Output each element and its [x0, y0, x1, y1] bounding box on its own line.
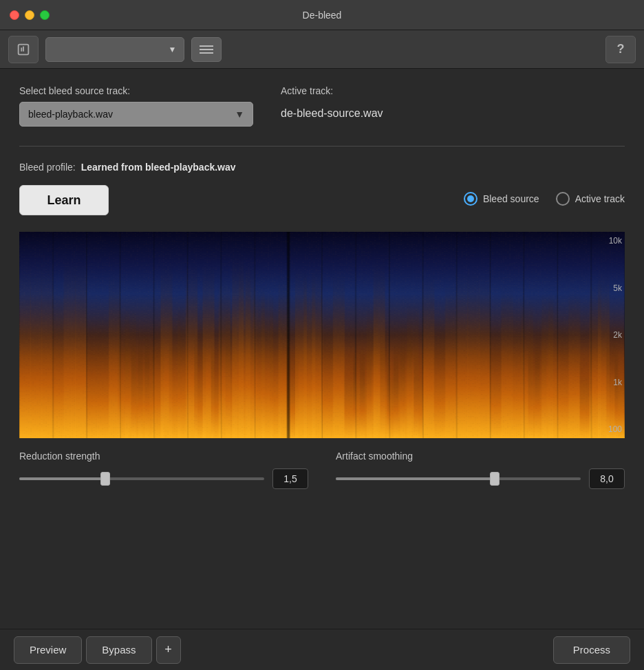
- window-title: De-bleed: [303, 10, 342, 21]
- radio-row: Bleed source Active track: [464, 192, 625, 206]
- learn-button[interactable]: Learn: [19, 185, 109, 215]
- freq-label-10k: 10k: [593, 236, 622, 246]
- main-content: Select bleed source track: bleed-playbac…: [0, 69, 644, 523]
- active-track-group: Active track: de-bleed-source.wav: [281, 85, 383, 120]
- maximize-button[interactable]: [40, 10, 50, 20]
- track-selector-row: Select bleed source track: bleed-playbac…: [19, 85, 625, 127]
- spectrogram-container: 10k 5k 2k 1k 100: [19, 232, 625, 438]
- artifact-smoothing-label: Artifact smoothing: [336, 451, 625, 462]
- active-track-radio-circle: [556, 192, 570, 206]
- active-track-value: de-bleed-source.wav: [281, 102, 383, 120]
- freq-label-5k: 5k: [593, 283, 622, 293]
- reduction-strength-group: Reduction strength 1,5: [19, 451, 308, 489]
- spectrogram-freq-labels: 10k 5k 2k 1k 100: [593, 232, 625, 438]
- preset-dropdown-arrow: ▼: [169, 45, 177, 54]
- bleed-profile-row: Bleed profile: Learned from bleed-playba…: [19, 162, 625, 173]
- add-button[interactable]: +: [156, 636, 181, 664]
- bleed-source-radio-circle: [464, 192, 477, 206]
- bleed-source-dropdown-arrow: ▼: [235, 109, 244, 120]
- artifact-smoothing-fill: [336, 477, 495, 480]
- plugin-icon-button[interactable]: [8, 36, 39, 63]
- artifact-smoothing-thumb[interactable]: [490, 472, 500, 486]
- bleed-source-label: Select bleed source track:: [19, 85, 253, 96]
- reduction-strength-fill: [19, 477, 105, 480]
- toolbar: ▼ ?: [0, 30, 644, 69]
- artifact-smoothing-group: Artifact smoothing 8,0: [336, 451, 625, 489]
- bleed-source-radio[interactable]: Bleed source: [464, 192, 539, 206]
- active-track-label: Active track:: [281, 85, 383, 96]
- active-track-radio[interactable]: Active track: [556, 192, 625, 206]
- reduction-strength-track[interactable]: [19, 477, 264, 480]
- minimize-button[interactable]: [25, 10, 34, 20]
- reduction-strength-label: Reduction strength: [19, 451, 308, 462]
- process-button[interactable]: Process: [553, 636, 630, 664]
- sliders-section: Reduction strength 1,5 Artifact smoothin…: [19, 451, 625, 489]
- title-bar: De-bleed: [0, 0, 644, 30]
- reduction-strength-thumb[interactable]: [100, 472, 110, 486]
- menu-button[interactable]: [191, 37, 222, 62]
- reduction-strength-value[interactable]: 1,5: [272, 468, 308, 489]
- reduction-strength-row: 1,5: [19, 468, 308, 489]
- bleed-source-radio-label: Bleed source: [483, 193, 539, 204]
- help-button[interactable]: ?: [605, 36, 636, 63]
- bleed-profile-value: Learned from bleed-playback.wav: [81, 162, 236, 173]
- artifact-smoothing-track[interactable]: [336, 477, 581, 480]
- freq-label-2k: 2k: [593, 330, 622, 340]
- traffic-lights: [10, 10, 50, 20]
- active-track-radio-label: Active track: [575, 193, 625, 204]
- bleed-source-value: bleed-playback.wav: [28, 109, 113, 120]
- preset-dropdown[interactable]: ▼: [45, 37, 184, 62]
- divider: [19, 146, 625, 147]
- bleed-profile-label: Bleed profile:: [19, 162, 76, 173]
- spectrogram-canvas: [19, 232, 625, 438]
- artifact-smoothing-value[interactable]: 8,0: [589, 468, 625, 489]
- bottom-bar: Preview Bypass + Process: [0, 629, 644, 670]
- preview-button[interactable]: Preview: [14, 636, 82, 664]
- freq-label-100: 100: [593, 424, 622, 434]
- bypass-button[interactable]: Bypass: [86, 636, 151, 664]
- freq-label-1k: 1k: [593, 378, 622, 387]
- artifact-smoothing-row: 8,0: [336, 468, 625, 489]
- bleed-source-group: Select bleed source track: bleed-playbac…: [19, 85, 253, 127]
- close-button[interactable]: [10, 10, 19, 20]
- bleed-source-dropdown[interactable]: bleed-playback.wav ▼: [19, 102, 253, 127]
